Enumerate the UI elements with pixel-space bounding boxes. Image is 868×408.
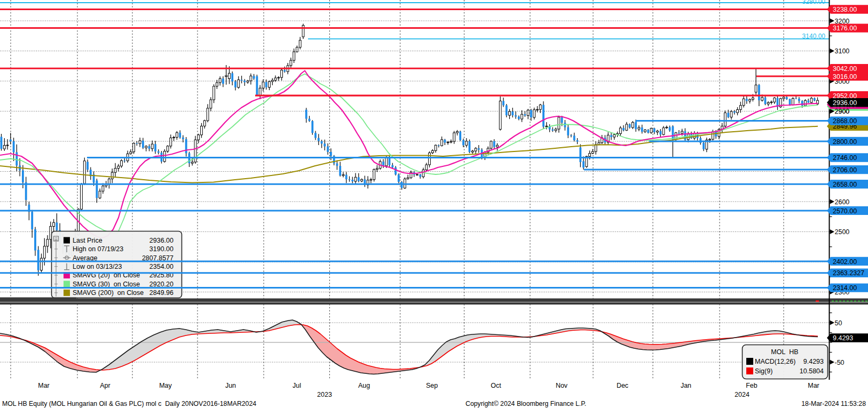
svg-text:3280.00: 3280.00 (802, 0, 826, 5)
svg-text:2600: 2600 (835, 198, 850, 206)
svg-text:Jun: Jun (225, 382, 236, 389)
svg-text:2500: 2500 (835, 228, 850, 236)
svg-text:2024: 2024 (735, 391, 749, 398)
svg-text:MOL HB: MOL HB (771, 348, 798, 356)
svg-text:2706.00: 2706.00 (833, 166, 857, 174)
svg-text:18-Mar-2024 11:53:28: 18-Mar-2024 11:53:28 (801, 400, 866, 407)
svg-text:MOL HB Equity (MOL Hungarian O: MOL HB Equity (MOL Hungarian Oil & Gas P… (2, 400, 256, 407)
svg-text:3100: 3100 (835, 47, 850, 55)
svg-text:2800.00: 2800.00 (833, 138, 857, 146)
svg-text:Jul: Jul (293, 382, 301, 389)
svg-text:3176.00: 3176.00 (833, 25, 857, 32)
svg-text:Jan: Jan (681, 382, 691, 389)
svg-text:Low on 03/13/23: Low on 03/13/23 (73, 263, 122, 270)
svg-text:2936.00: 2936.00 (149, 237, 173, 244)
svg-text:Dec: Dec (617, 382, 628, 389)
svg-text:2936.00: 2936.00 (833, 99, 857, 107)
svg-text:9.4293: 9.4293 (833, 334, 853, 342)
svg-text:-50: -50 (835, 359, 845, 366)
svg-text:2868.00: 2868.00 (833, 117, 857, 125)
svg-text:3016.00: 3016.00 (833, 73, 857, 81)
svg-text:2314.00: 2314.00 (833, 284, 857, 292)
svg-text:Mar: Mar (808, 382, 819, 389)
svg-text:3140.00: 3140.00 (802, 33, 826, 40)
svg-text:2363.2327: 2363.2327 (833, 269, 864, 277)
svg-text:Apr: Apr (100, 382, 110, 389)
svg-text:High on 07/19/23: High on 07/19/23 (73, 245, 123, 253)
svg-text:Copyright© 2024 Bloomberg Fina: Copyright© 2024 Bloomberg Finance L.P. (465, 400, 586, 407)
svg-text:2900: 2900 (835, 108, 850, 115)
svg-text:SMAVG (30) on Close: SMAVG (30) on Close (73, 281, 140, 288)
svg-text:9.4293: 9.4293 (803, 358, 824, 365)
svg-text:3238.00: 3238.00 (833, 6, 857, 13)
svg-text:Feb: Feb (746, 382, 757, 389)
svg-text:Mar: Mar (38, 382, 50, 389)
svg-text:Nov: Nov (556, 382, 568, 389)
svg-text:3042.00: 3042.00 (833, 65, 857, 73)
svg-text:2658.00: 2658.00 (833, 181, 857, 188)
svg-text:MACD(12,26): MACD(12,26) (755, 358, 795, 365)
svg-text:Sep: Sep (426, 382, 438, 389)
svg-text:Sig(9): Sig(9) (755, 367, 772, 375)
svg-text:2023: 2023 (317, 391, 332, 398)
svg-text:Aug: Aug (358, 382, 370, 389)
svg-text:3190.00: 3190.00 (149, 245, 173, 253)
svg-text:2570.00: 2570.00 (833, 207, 857, 215)
svg-text:2402.00: 2402.00 (833, 258, 857, 266)
svg-text:2920.20: 2920.20 (149, 281, 173, 288)
svg-text:Oct: Oct (491, 382, 501, 389)
svg-text:2354.00: 2354.00 (149, 263, 173, 270)
svg-text:Last Price: Last Price (73, 237, 102, 244)
svg-text:50: 50 (835, 319, 842, 327)
svg-text:SMAVG (200) on Close: SMAVG (200) on Close (73, 289, 144, 297)
svg-text:10.5804: 10.5804 (800, 367, 824, 375)
svg-text:2746.00: 2746.00 (833, 154, 857, 162)
svg-text:2849.96: 2849.96 (149, 289, 173, 297)
svg-text:May: May (159, 382, 172, 389)
